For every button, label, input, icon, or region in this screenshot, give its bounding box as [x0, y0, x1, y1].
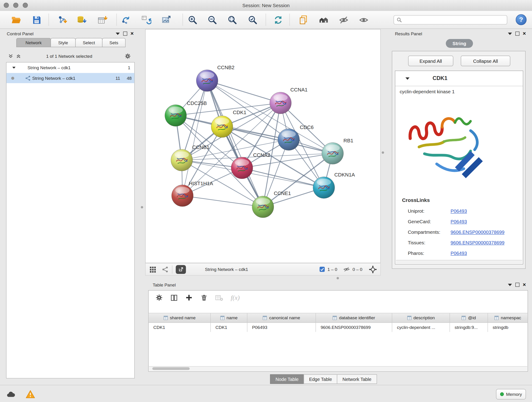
help-button[interactable]: ? — [516, 14, 526, 25]
search-input[interactable] — [404, 17, 507, 23]
column-header-id[interactable]: @id — [450, 313, 488, 322]
collapse-all-networks-icon[interactable] — [8, 53, 13, 58]
network-node-CCNB1[interactable] — [171, 149, 192, 171]
network-table-tools-button[interactable] — [140, 13, 152, 26]
tab-edge-table[interactable]: Edge Table — [304, 374, 337, 384]
network-node-CDC6[interactable] — [278, 128, 299, 150]
zoom-selected-button[interactable] — [246, 13, 259, 26]
network-node-CCNA1[interactable] — [270, 92, 291, 114]
network-node-CDKN1A[interactable] — [313, 177, 335, 198]
show-all-button[interactable] — [357, 13, 370, 26]
network-collection-row[interactable]: String Network – cdk1 1 — [6, 62, 134, 73]
table-cell[interactable]: CDK1 — [211, 323, 247, 332]
table-cell[interactable]: stringdb — [488, 323, 527, 332]
crosslink-label: Pharos: — [408, 250, 451, 256]
column-header-description[interactable]: description — [392, 313, 450, 322]
panel-float-icon[interactable] — [123, 32, 127, 36]
open-session-button[interactable] — [9, 13, 22, 26]
network-canvas[interactable]: CCNB2CCNA1CDC25BCDK1CDC6RB1CCNB1CCNA2CDK… — [145, 29, 381, 263]
table-cell[interactable]: cyclin-dependent ... — [392, 323, 450, 332]
memory-button[interactable]: Memory — [496, 389, 526, 400]
panel-close-icon[interactable]: × — [523, 31, 526, 36]
export-image-button[interactable] — [160, 13, 172, 26]
crosslink-link[interactable]: 9606.ENSP00000378699 — [451, 229, 505, 235]
home-button[interactable] — [317, 13, 330, 26]
left-splitter-handle[interactable] — [141, 206, 143, 208]
import-network-from-database-button[interactable] — [75, 13, 88, 26]
delete-column-trash-icon[interactable] — [200, 294, 208, 301]
import-network-from-file-button[interactable] — [56, 13, 69, 26]
panel-close-icon[interactable]: × — [523, 282, 526, 288]
warnings-button[interactable] — [25, 389, 36, 400]
zoom-out-button[interactable] — [206, 13, 219, 26]
column-header-canonical-name[interactable]: canonical name — [247, 313, 316, 322]
entry-collapse-caret-icon[interactable] — [405, 77, 410, 80]
zoom-fit-button[interactable] — [226, 13, 239, 26]
network-icon[interactable] — [162, 266, 169, 273]
panel-collapse-icon[interactable] — [508, 32, 512, 35]
crosslink-link[interactable]: P06493 — [451, 208, 467, 214]
search-box[interactable] — [394, 15, 507, 25]
network-graph[interactable]: CCNB2CCNA1CDC25BCDK1CDC6RB1CCNB1CCNA2CDK… — [146, 30, 380, 263]
tab-string[interactable]: String — [446, 39, 473, 48]
save-session-button[interactable] — [30, 13, 43, 26]
table-cell[interactable]: P06493 — [247, 323, 316, 332]
tab-sets[interactable]: Sets — [102, 38, 126, 47]
fit-content-crosshair-icon[interactable] — [369, 265, 377, 274]
tab-network[interactable]: Network — [16, 38, 51, 47]
network-options-gear-icon[interactable] — [124, 53, 131, 59]
panel-float-icon[interactable] — [515, 32, 519, 36]
crosslink-link[interactable]: P06493 — [451, 250, 467, 256]
horizontal-scrollbar[interactable] — [396, 260, 522, 263]
add-column-icon[interactable] — [185, 294, 193, 301]
column-header-database-identifier[interactable]: database identifier — [316, 313, 392, 322]
new-network-from-selection-button[interactable] — [120, 13, 133, 26]
open-in-new-window-button[interactable] — [176, 265, 186, 274]
bottom-splitter-handle[interactable] — [336, 277, 339, 279]
collapse-all-button[interactable]: Collapse All — [461, 56, 510, 66]
tab-style[interactable]: Style — [51, 38, 76, 47]
table-row[interactable]: CDK1 CDK1 P06493 9606.ENSP00000378699 cy… — [149, 323, 528, 332]
network-node-CCNA2[interactable] — [231, 157, 253, 179]
cloud-status-button[interactable] — [6, 389, 16, 400]
scrollbar-thumb[interactable] — [152, 367, 190, 370]
network-node-HIST1H1A[interactable] — [172, 185, 193, 207]
crosslink-link[interactable]: P06493 — [451, 219, 467, 224]
panel-collapse-icon[interactable] — [508, 283, 512, 286]
network-node-CDK1[interactable] — [211, 116, 233, 137]
expand-all-button[interactable]: Expand All — [408, 56, 453, 66]
column-header-shared-name[interactable]: shared name — [149, 313, 211, 322]
network-node-RB1[interactable] — [322, 143, 343, 164]
network-node-CDC25B[interactable] — [165, 105, 186, 126]
panel-close-icon[interactable]: × — [131, 31, 134, 36]
hide-selected-button[interactable] — [337, 13, 350, 26]
zoom-in-button[interactable] — [186, 13, 199, 26]
table-cell[interactable]: 9606.ENSP00000378699 — [316, 323, 392, 332]
tab-network-table[interactable]: Network Table — [337, 374, 377, 384]
hidden-eye-slash-icon[interactable] — [343, 266, 350, 273]
refresh-button[interactable] — [272, 13, 285, 26]
copy-documents-button[interactable] — [297, 13, 310, 26]
selected-checkbox-icon[interactable] — [319, 266, 325, 272]
table-cell[interactable]: stringdb:9... — [450, 323, 488, 332]
expand-all-networks-icon[interactable] — [16, 53, 21, 58]
horizontal-scrollbar[interactable] — [149, 366, 527, 371]
show-columns-icon[interactable] — [170, 294, 178, 301]
table-options-gear-icon[interactable] — [155, 294, 163, 301]
tab-select[interactable]: Select — [75, 38, 102, 47]
panel-collapse-icon[interactable] — [115, 32, 120, 35]
import-table-from-file-button[interactable] — [96, 13, 109, 26]
tab-node-table[interactable]: Node Table — [270, 374, 304, 384]
column-header-name[interactable]: name — [211, 313, 247, 322]
column-header-namespace[interactable]: namespac — [488, 313, 527, 322]
birdseye-grid-icon[interactable] — [149, 266, 157, 273]
table-cell[interactable]: CDK1 — [149, 323, 211, 332]
right-splitter-handle[interactable] — [382, 151, 384, 153]
network-row[interactable]: String Network – cdk1 11 48 — [6, 73, 134, 83]
panel-float-icon[interactable] — [515, 283, 519, 287]
network-node-CCNE1[interactable] — [252, 196, 274, 217]
gene-entry-header[interactable]: CDK1 — [395, 71, 523, 86]
network-node-CCNB2[interactable] — [196, 70, 218, 91]
tree-expand-caret-icon[interactable] — [12, 67, 16, 69]
crosslink-link[interactable]: 9606.ENSP00000378699 — [451, 240, 505, 245]
